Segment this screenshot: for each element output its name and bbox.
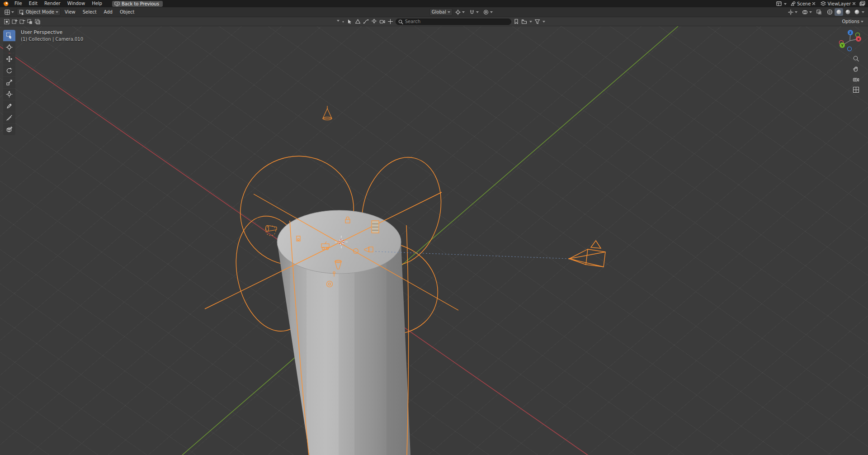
scene-selector[interactable]: Scene (789, 0, 817, 7)
xray-toggle-button[interactable] (815, 8, 824, 16)
gizmo-icon (788, 9, 793, 15)
empty-filter-icon[interactable] (387, 19, 393, 24)
xray-icon (816, 9, 822, 15)
collection-icon[interactable] (521, 19, 527, 24)
select-extend-icon[interactable] (11, 19, 18, 25)
unlink-icon[interactable] (852, 2, 856, 5)
svg-text:X: X (857, 38, 860, 41)
view-layer-icon (821, 1, 826, 6)
pivot-point-button[interactable] (453, 8, 467, 16)
zoom-icon[interactable] (853, 55, 859, 62)
gizmo-axis-y[interactable]: Y (840, 43, 845, 48)
horn-object[interactable] (266, 226, 277, 236)
chevron-down-icon (529, 21, 532, 24)
tool-add-cube[interactable] (3, 124, 15, 135)
select-subtract-icon[interactable] (19, 19, 25, 25)
blender-logo-icon[interactable] (3, 0, 9, 7)
constraint-line (375, 251, 569, 259)
snap-button[interactable] (467, 8, 481, 16)
tool-select-box[interactable] (3, 30, 15, 41)
bookmark-icon[interactable] (514, 19, 519, 24)
back-screen-icon (114, 1, 120, 6)
render-layers-icon[interactable] (859, 1, 865, 6)
menu-render[interactable]: Render (41, 0, 64, 7)
viewport-header: Object Mode View Select Add Object Globa… (0, 7, 868, 17)
tool-annotate[interactable] (3, 100, 15, 112)
chevron-down-icon (448, 11, 450, 14)
camera-filter-icon[interactable] (379, 19, 385, 24)
show-gizmo-button[interactable] (786, 8, 799, 16)
chevron-down-icon (795, 11, 797, 14)
menu-add[interactable]: Add (101, 8, 116, 17)
menu-view[interactable]: View (61, 8, 79, 17)
rack-object[interactable] (372, 221, 379, 233)
cone-empty-object[interactable] (323, 106, 332, 120)
tool-transform[interactable] (3, 89, 15, 100)
shading-material-button[interactable] (844, 8, 852, 16)
tool-cursor[interactable] (3, 42, 15, 53)
scene-canvas[interactable] (0, 26, 868, 455)
options-button[interactable]: Options (841, 19, 864, 24)
topbar: File Edit Render Window Help Back to Pre… (0, 0, 868, 7)
screen-layout-icon[interactable] (776, 1, 782, 6)
menu-window[interactable]: Window (64, 0, 88, 7)
gizmo-axis-x[interactable]: X (856, 36, 861, 42)
unlink-icon[interactable] (812, 2, 816, 5)
light-filter-icon[interactable] (371, 19, 377, 24)
camera-object[interactable] (568, 241, 605, 267)
tool-scale[interactable] (3, 77, 15, 88)
menu-select[interactable]: Select (80, 8, 100, 17)
scene-icon (790, 1, 796, 6)
view-layer-selector[interactable]: ViewLayer (819, 0, 857, 7)
camera-view-icon[interactable] (853, 76, 859, 83)
menu-file[interactable]: File (11, 0, 25, 7)
mesh-filter-icon[interactable] (355, 19, 361, 24)
show-overlays-button[interactable] (800, 8, 814, 16)
navigation-gizmo[interactable]: Z X Y (838, 29, 862, 52)
menu-object[interactable]: Object (117, 8, 138, 17)
chevron-down-icon (490, 11, 493, 14)
shading-rendered-button[interactable] (853, 8, 861, 16)
svg-text:Z: Z (849, 31, 851, 35)
selectability-cursor-icon[interactable] (347, 19, 353, 24)
ortho-grid-icon[interactable] (853, 86, 859, 93)
shading-solid-button[interactable] (835, 8, 843, 16)
select-set-icon[interactable] (4, 19, 10, 25)
chevron-down-icon (11, 11, 14, 14)
header-center-controls (337, 19, 545, 25)
chevron-down-icon (56, 11, 58, 14)
blender-window: File Edit Render Window Help Back to Pre… (0, 0, 868, 455)
chevron-down-icon (861, 21, 863, 24)
magnet-icon (469, 9, 475, 15)
cylinder-object[interactable] (277, 210, 410, 455)
editor-type-button[interactable] (3, 8, 16, 16)
select-invert-icon[interactable] (27, 19, 33, 25)
curve-filter-icon[interactable] (363, 19, 369, 24)
search-input[interactable] (396, 19, 511, 25)
tool-measure[interactable] (3, 112, 15, 123)
proportional-editing-button[interactable] (481, 8, 495, 16)
chevron-down-icon (476, 11, 479, 14)
viewport-3d[interactable]: User Perspective (1) Collection | Camera… (0, 26, 868, 455)
pivot-icon (455, 9, 461, 15)
gizmo-neg-z[interactable] (848, 47, 852, 51)
menu-edit[interactable]: Edit (26, 0, 41, 7)
collapse-chevron-icon[interactable] (337, 20, 340, 23)
chevron-down-icon (462, 11, 465, 14)
search-icon (398, 19, 403, 24)
tool-move[interactable] (3, 53, 15, 65)
chevron-down-icon (784, 3, 787, 6)
editor-grid-icon (5, 9, 10, 15)
tool-rotate[interactable] (3, 65, 15, 76)
menu-help[interactable]: Help (89, 0, 105, 7)
filter-funnel-icon[interactable] (534, 19, 540, 24)
shading-wireframe-button[interactable] (826, 8, 834, 16)
chevron-down-icon (542, 21, 545, 24)
select-intersect-icon[interactable] (34, 19, 41, 25)
gizmo-axis-z[interactable]: Z (848, 30, 853, 35)
orientation-dropdown[interactable]: Global (429, 8, 453, 16)
back-to-previous-button[interactable]: Back to Previous (112, 1, 163, 7)
mode-dropdown[interactable]: Object Mode (17, 8, 61, 16)
chevron-down-icon (862, 11, 864, 14)
pan-hand-icon[interactable] (853, 66, 859, 72)
